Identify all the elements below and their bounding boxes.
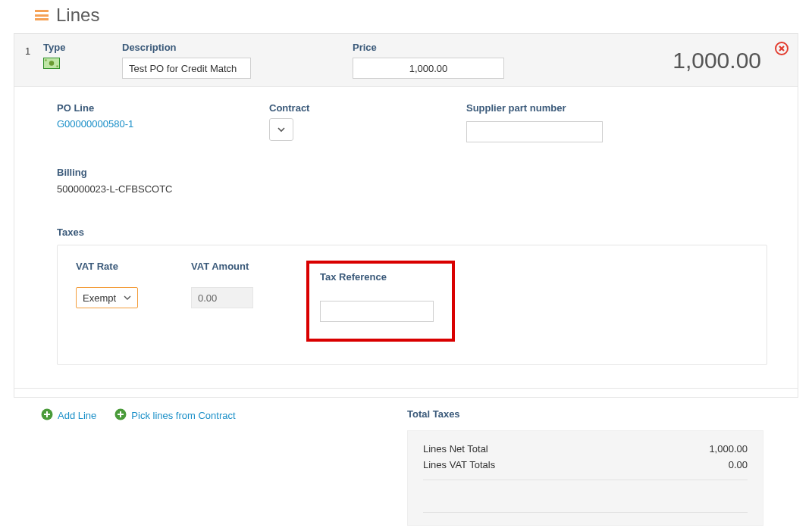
tax-reference-input[interactable]	[320, 301, 434, 322]
pick-lines-label: Pick lines from Contract	[131, 410, 235, 421]
billing-value: 500000023-L-CFBSCOTC	[57, 183, 767, 195]
lines-panel-bottom	[14, 389, 798, 398]
price-input[interactable]	[353, 58, 504, 79]
price-label: Price	[353, 42, 504, 53]
svg-point-1	[49, 61, 54, 65]
vat-amount-value: 0.00	[191, 287, 253, 308]
billing-label: Billing	[57, 167, 87, 178]
type-label: Type	[43, 42, 111, 53]
tax-reference-label: Tax Reference	[320, 271, 441, 283]
line-detail-panel: PO Line G00000000580-1 Contract Supplier…	[14, 87, 798, 389]
pick-lines-button[interactable]: Pick lines from Contract	[114, 408, 235, 423]
line-total: 1,000.00	[672, 48, 761, 73]
lines-vat-totals-label: Lines VAT Totals	[423, 459, 495, 470]
vat-rate-select[interactable]: Exempt	[76, 287, 138, 308]
svg-rect-3	[57, 66, 58, 67]
taxes-label: Taxes	[57, 227, 84, 238]
add-line-button[interactable]: Add Line	[41, 408, 96, 423]
po-line-link[interactable]: G00000000580-1	[57, 118, 208, 130]
supplier-part-input[interactable]	[466, 121, 603, 142]
description-label: Description	[122, 42, 342, 53]
totals-panel: Total Taxes Lines Net Total 1,000.00 Lin…	[407, 408, 763, 526]
vat-rate-label: VAT Rate	[76, 261, 138, 272]
contract-label: Contract	[269, 102, 406, 114]
section-title: Lines	[56, 5, 99, 26]
collapse-icon[interactable]	[35, 10, 49, 20]
po-line-label: PO Line	[57, 102, 208, 114]
vat-amount-label: VAT Amount	[191, 261, 253, 272]
lines-vat-totals-value: 0.00	[729, 459, 748, 470]
vat-rate-value: Exempt	[83, 292, 116, 304]
line-number: 1	[25, 42, 33, 57]
plus-icon	[41, 408, 53, 423]
svg-rect-2	[45, 60, 47, 61]
cash-icon	[43, 58, 60, 69]
add-line-label: Add Line	[58, 410, 96, 421]
taxes-panel: VAT Rate Exempt VAT Amount 0.00 Tax Refe…	[57, 245, 767, 365]
lines-net-total-value: 1,000.00	[709, 443, 748, 455]
lines-section-header: Lines	[14, 0, 798, 34]
description-input[interactable]	[122, 58, 251, 79]
chevron-down-icon	[124, 294, 131, 301]
invoice-line-row: 1 Type Description Price 1,000.00	[14, 34, 798, 87]
tax-reference-highlight: Tax Reference	[306, 261, 455, 342]
total-taxes-title: Total Taxes	[407, 408, 763, 420]
lines-net-total-label: Lines Net Total	[423, 443, 488, 455]
delete-line-button[interactable]	[775, 42, 788, 58]
plus-icon	[114, 408, 127, 423]
supplier-part-label: Supplier part number	[466, 102, 603, 114]
contract-dropdown[interactable]	[269, 118, 293, 141]
